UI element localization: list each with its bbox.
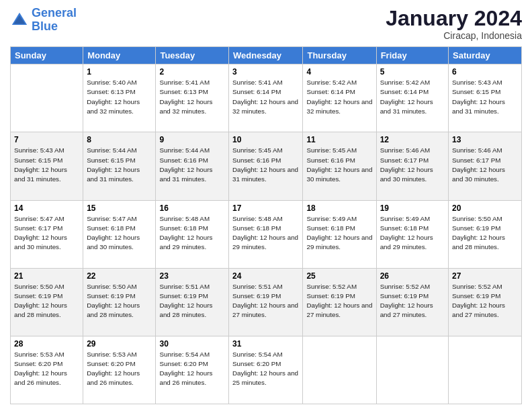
calendar-cell: 23Sunrise: 5:51 AMSunset: 6:19 PMDayligh… <box>156 268 229 336</box>
page: General Blue January 2024 Ciracap, Indon… <box>0 0 532 411</box>
day-info: Sunrise: 5:41 AMSunset: 6:14 PMDaylight:… <box>232 78 299 116</box>
day-number: 2 <box>159 67 225 77</box>
day-number: 16 <box>159 203 225 213</box>
day-info: Sunrise: 5:51 AMSunset: 6:19 PMDaylight:… <box>159 282 225 320</box>
day-number: 15 <box>87 203 152 213</box>
logo-text: General Blue <box>32 7 77 34</box>
day-number: 23 <box>159 271 225 281</box>
day-number: 20 <box>452 203 518 213</box>
calendar-cell: 22Sunrise: 5:50 AMSunset: 6:19 PMDayligh… <box>83 268 156 336</box>
day-number: 13 <box>452 135 518 144</box>
calendar-cell: 15Sunrise: 5:47 AMSunset: 6:18 PMDayligh… <box>83 200 156 268</box>
week-row-2: 7Sunrise: 5:43 AMSunset: 6:15 PMDaylight… <box>11 132 522 200</box>
calendar-cell: 9Sunrise: 5:44 AMSunset: 6:16 PMDaylight… <box>156 132 229 200</box>
day-info: Sunrise: 5:54 AMSunset: 6:20 PMDaylight:… <box>232 350 299 388</box>
day-info: Sunrise: 5:44 AMSunset: 6:16 PMDaylight:… <box>159 146 225 184</box>
day-number: 14 <box>14 203 79 213</box>
subtitle: Ciracap, Indonesia <box>386 30 522 41</box>
calendar-cell: 20Sunrise: 5:50 AMSunset: 6:19 PMDayligh… <box>449 200 522 268</box>
day-number: 27 <box>452 271 518 281</box>
day-info: Sunrise: 5:40 AMSunset: 6:13 PMDaylight:… <box>87 78 152 116</box>
header-cell-friday: Friday <box>376 47 448 64</box>
calendar-cell: 29Sunrise: 5:53 AMSunset: 6:20 PMDayligh… <box>83 336 156 404</box>
day-number: 3 <box>232 67 299 77</box>
header-cell-thursday: Thursday <box>303 47 376 64</box>
day-info: Sunrise: 5:41 AMSunset: 6:13 PMDaylight:… <box>159 78 225 116</box>
calendar-cell: 6Sunrise: 5:43 AMSunset: 6:15 PMDaylight… <box>449 64 522 132</box>
day-info: Sunrise: 5:53 AMSunset: 6:20 PMDaylight:… <box>14 350 79 388</box>
day-info: Sunrise: 5:42 AMSunset: 6:14 PMDaylight:… <box>306 78 372 116</box>
title-block: January 2024 Ciracap, Indonesia <box>386 7 522 41</box>
day-info: Sunrise: 5:45 AMSunset: 6:16 PMDaylight:… <box>306 146 372 184</box>
week-row-4: 21Sunrise: 5:50 AMSunset: 6:19 PMDayligh… <box>11 268 522 336</box>
calendar-cell: 25Sunrise: 5:52 AMSunset: 6:19 PMDayligh… <box>303 268 376 336</box>
calendar-cell: 16Sunrise: 5:48 AMSunset: 6:18 PMDayligh… <box>156 200 229 268</box>
day-info: Sunrise: 5:47 AMSunset: 6:17 PMDaylight:… <box>14 214 79 253</box>
header-cell-wednesday: Wednesday <box>229 47 303 64</box>
day-info: Sunrise: 5:52 AMSunset: 6:19 PMDaylight:… <box>306 282 372 320</box>
header-cell-monday: Monday <box>83 47 156 64</box>
calendar-body: 1Sunrise: 5:40 AMSunset: 6:13 PMDaylight… <box>11 64 522 404</box>
calendar-cell <box>376 336 448 404</box>
logo-line1: General <box>32 6 77 19</box>
logo-line2: Blue <box>32 20 77 34</box>
header-cell-saturday: Saturday <box>449 47 522 64</box>
calendar-table: SundayMondayTuesdayWednesdayThursdayFrid… <box>10 46 522 404</box>
calendar-cell: 10Sunrise: 5:45 AMSunset: 6:16 PMDayligh… <box>229 132 303 200</box>
day-info: Sunrise: 5:49 AMSunset: 6:18 PMDaylight:… <box>306 214 372 253</box>
day-number: 9 <box>159 135 225 144</box>
day-number: 28 <box>14 339 79 349</box>
calendar-cell: 26Sunrise: 5:52 AMSunset: 6:19 PMDayligh… <box>376 268 448 336</box>
calendar-cell: 24Sunrise: 5:51 AMSunset: 6:19 PMDayligh… <box>229 268 303 336</box>
calendar-cell: 31Sunrise: 5:54 AMSunset: 6:20 PMDayligh… <box>229 336 303 404</box>
calendar-cell <box>303 336 376 404</box>
day-info: Sunrise: 5:50 AMSunset: 6:19 PMDaylight:… <box>14 282 79 320</box>
calendar-cell: 18Sunrise: 5:49 AMSunset: 6:18 PMDayligh… <box>303 200 376 268</box>
header-cell-tuesday: Tuesday <box>156 47 229 64</box>
day-info: Sunrise: 5:52 AMSunset: 6:19 PMDaylight:… <box>380 282 445 320</box>
day-number: 26 <box>380 271 445 281</box>
day-number: 10 <box>232 135 299 144</box>
calendar-cell: 12Sunrise: 5:46 AMSunset: 6:17 PMDayligh… <box>376 132 448 200</box>
day-info: Sunrise: 5:54 AMSunset: 6:20 PMDaylight:… <box>159 350 225 388</box>
day-info: Sunrise: 5:43 AMSunset: 6:15 PMDaylight:… <box>452 78 518 116</box>
calendar-cell: 27Sunrise: 5:52 AMSunset: 6:19 PMDayligh… <box>449 268 522 336</box>
day-info: Sunrise: 5:51 AMSunset: 6:19 PMDaylight:… <box>232 282 299 320</box>
header: General Blue January 2024 Ciracap, Indon… <box>10 7 522 41</box>
week-row-1: 1Sunrise: 5:40 AMSunset: 6:13 PMDaylight… <box>11 64 522 132</box>
calendar-cell: 5Sunrise: 5:42 AMSunset: 6:14 PMDaylight… <box>376 64 448 132</box>
logo-icon <box>10 11 29 30</box>
day-number: 11 <box>306 135 372 144</box>
day-info: Sunrise: 5:52 AMSunset: 6:19 PMDaylight:… <box>452 282 518 320</box>
day-info: Sunrise: 5:42 AMSunset: 6:14 PMDaylight:… <box>380 78 445 116</box>
calendar-cell: 11Sunrise: 5:45 AMSunset: 6:16 PMDayligh… <box>303 132 376 200</box>
day-info: Sunrise: 5:48 AMSunset: 6:18 PMDaylight:… <box>232 214 299 253</box>
day-info: Sunrise: 5:44 AMSunset: 6:15 PMDaylight:… <box>87 146 152 184</box>
week-row-3: 14Sunrise: 5:47 AMSunset: 6:17 PMDayligh… <box>11 200 522 268</box>
calendar-cell: 17Sunrise: 5:48 AMSunset: 6:18 PMDayligh… <box>229 200 303 268</box>
main-title: January 2024 <box>386 7 522 30</box>
calendar-cell: 7Sunrise: 5:43 AMSunset: 6:15 PMDaylight… <box>11 132 83 200</box>
calendar-cell: 1Sunrise: 5:40 AMSunset: 6:13 PMDaylight… <box>83 64 156 132</box>
calendar-cell: 21Sunrise: 5:50 AMSunset: 6:19 PMDayligh… <box>11 268 83 336</box>
day-info: Sunrise: 5:47 AMSunset: 6:18 PMDaylight:… <box>87 214 152 253</box>
day-number: 18 <box>306 203 372 213</box>
day-number: 21 <box>14 271 79 281</box>
day-number: 7 <box>14 135 79 144</box>
calendar-cell <box>11 64 83 132</box>
day-info: Sunrise: 5:53 AMSunset: 6:20 PMDaylight:… <box>87 350 152 388</box>
calendar-cell <box>449 336 522 404</box>
calendar-cell: 2Sunrise: 5:41 AMSunset: 6:13 PMDaylight… <box>156 64 229 132</box>
day-number: 5 <box>380 67 445 77</box>
header-row: SundayMondayTuesdayWednesdayThursdayFrid… <box>11 47 522 64</box>
calendar-cell: 30Sunrise: 5:54 AMSunset: 6:20 PMDayligh… <box>156 336 229 404</box>
day-info: Sunrise: 5:46 AMSunset: 6:17 PMDaylight:… <box>380 146 445 184</box>
calendar-header: SundayMondayTuesdayWednesdayThursdayFrid… <box>11 47 522 64</box>
day-info: Sunrise: 5:50 AMSunset: 6:19 PMDaylight:… <box>452 214 518 253</box>
day-number: 1 <box>87 67 152 77</box>
calendar-cell: 13Sunrise: 5:46 AMSunset: 6:17 PMDayligh… <box>449 132 522 200</box>
day-number: 30 <box>159 339 225 349</box>
calendar-cell: 28Sunrise: 5:53 AMSunset: 6:20 PMDayligh… <box>11 336 83 404</box>
day-info: Sunrise: 5:49 AMSunset: 6:18 PMDaylight:… <box>380 214 445 253</box>
day-info: Sunrise: 5:50 AMSunset: 6:19 PMDaylight:… <box>87 282 152 320</box>
